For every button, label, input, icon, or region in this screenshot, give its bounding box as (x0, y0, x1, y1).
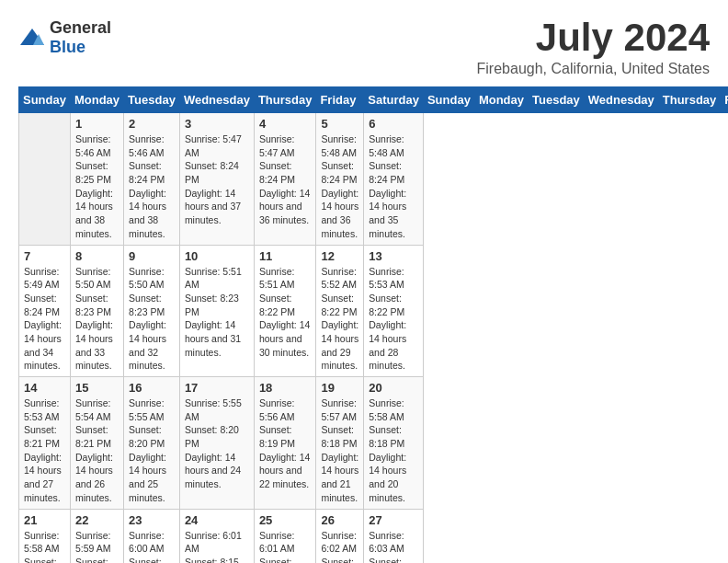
day-number: 27 (369, 513, 418, 527)
page-header: General Blue July 2024 Firebaugh, Califo… (18, 18, 710, 77)
day-number: 11 (259, 249, 312, 263)
title-section: July 2024 Firebaugh, California, United … (477, 18, 710, 77)
day-number: 19 (321, 381, 358, 395)
day-detail: Sunrise: 5:58 AMSunset: 8:17 PMDaylight:… (24, 529, 65, 564)
logo-general: General (50, 18, 111, 37)
calendar-cell: 20Sunrise: 5:58 AMSunset: 8:18 PMDayligh… (364, 377, 424, 510)
logo: General Blue (18, 18, 111, 57)
day-detail: Sunrise: 5:55 AMSunset: 8:20 PMDaylight:… (185, 396, 249, 491)
day-number: 5 (321, 117, 358, 131)
calendar-week-row: 7Sunrise: 5:49 AMSunset: 8:24 PMDaylight… (19, 245, 729, 377)
calendar-cell: 19Sunrise: 5:57 AMSunset: 8:18 PMDayligh… (316, 377, 364, 510)
calendar-cell: 11Sunrise: 5:51 AMSunset: 8:22 PMDayligh… (254, 245, 316, 377)
day-number: 21 (24, 513, 65, 527)
day-number: 2 (129, 117, 175, 131)
day-detail: Sunrise: 5:50 AMSunset: 8:23 PMDaylight:… (129, 265, 175, 373)
day-detail: Sunrise: 5:49 AMSunset: 8:24 PMDaylight:… (24, 265, 65, 373)
day-number: 6 (369, 117, 418, 131)
calendar-cell: 10Sunrise: 5:51 AMSunset: 8:23 PMDayligh… (179, 245, 254, 377)
calendar-cell: 9Sunrise: 5:50 AMSunset: 8:23 PMDaylight… (124, 245, 180, 377)
day-detail: Sunrise: 5:55 AMSunset: 8:20 PMDaylight:… (129, 396, 175, 505)
day-detail: Sunrise: 5:52 AMSunset: 8:22 PMDaylight:… (321, 265, 358, 373)
day-header-sunday: Sunday (19, 87, 71, 113)
calendar-cell: 1Sunrise: 5:46 AMSunset: 8:25 PMDaylight… (70, 113, 123, 246)
calendar-cell: 3Sunrise: 5:47 AMSunset: 8:24 PMDaylight… (179, 113, 254, 246)
day-detail: Sunrise: 5:50 AMSunset: 8:23 PMDaylight:… (75, 265, 119, 373)
calendar-week-row: 21Sunrise: 5:58 AMSunset: 8:17 PMDayligh… (19, 509, 729, 563)
day-detail: Sunrise: 5:54 AMSunset: 8:21 PMDaylight:… (75, 396, 119, 505)
calendar-cell: 4Sunrise: 5:47 AMSunset: 8:24 PMDaylight… (254, 113, 316, 246)
day-header-tuesday: Tuesday (529, 87, 585, 113)
day-detail: Sunrise: 6:03 AMSunset: 8:13 PMDaylight:… (369, 529, 418, 564)
calendar-week-row: 14Sunrise: 5:53 AMSunset: 8:21 PMDayligh… (19, 377, 729, 510)
day-number: 24 (185, 513, 249, 527)
day-detail: Sunrise: 5:53 AMSunset: 8:22 PMDaylight:… (369, 265, 418, 373)
calendar-cell: 18Sunrise: 5:56 AMSunset: 8:19 PMDayligh… (254, 377, 316, 510)
day-header-sunday: Sunday (423, 87, 474, 113)
day-number: 13 (369, 249, 418, 263)
day-number: 15 (75, 381, 119, 395)
day-detail: Sunrise: 5:53 AMSunset: 8:21 PMDaylight:… (24, 396, 65, 505)
day-number: 3 (185, 117, 249, 131)
day-number: 4 (259, 117, 312, 131)
day-number: 10 (185, 249, 249, 263)
day-detail: Sunrise: 5:58 AMSunset: 8:18 PMDaylight:… (369, 396, 418, 505)
logo-text: General Blue (50, 18, 111, 57)
day-detail: Sunrise: 5:47 AMSunset: 8:24 PMDaylight:… (259, 132, 312, 227)
calendar-cell: 27Sunrise: 6:03 AMSunset: 8:13 PMDayligh… (364, 509, 424, 563)
day-number: 12 (321, 249, 358, 263)
calendar-cell: 26Sunrise: 6:02 AMSunset: 8:14 PMDayligh… (316, 509, 364, 563)
calendar-cell: 6Sunrise: 5:48 AMSunset: 8:24 PMDaylight… (364, 113, 424, 246)
day-detail: Sunrise: 6:00 AMSunset: 8:16 PMDaylight:… (129, 529, 175, 564)
day-header-monday: Monday (474, 87, 528, 113)
day-number: 23 (129, 513, 175, 527)
calendar-cell: 12Sunrise: 5:52 AMSunset: 8:22 PMDayligh… (316, 245, 364, 377)
calendar-cell: 17Sunrise: 5:55 AMSunset: 8:20 PMDayligh… (179, 377, 254, 510)
day-header-saturday: Saturday (364, 87, 424, 113)
calendar-cell: 13Sunrise: 5:53 AMSunset: 8:22 PMDayligh… (364, 245, 424, 377)
day-number: 1 (75, 117, 119, 131)
calendar-cell: 21Sunrise: 5:58 AMSunset: 8:17 PMDayligh… (19, 509, 71, 563)
day-detail: Sunrise: 6:01 AMSunset: 8:15 PMDaylight:… (185, 529, 249, 564)
day-header-tuesday: Tuesday (124, 87, 180, 113)
calendar-cell: 16Sunrise: 5:55 AMSunset: 8:20 PMDayligh… (124, 377, 180, 510)
day-number: 17 (185, 381, 249, 395)
day-number: 9 (129, 249, 175, 263)
day-number: 16 (129, 381, 175, 395)
day-detail: Sunrise: 5:57 AMSunset: 8:18 PMDaylight:… (321, 396, 358, 505)
day-header-wednesday: Wednesday (584, 87, 658, 113)
calendar-week-row: 1Sunrise: 5:46 AMSunset: 8:25 PMDaylight… (19, 113, 729, 246)
day-header-friday: Friday (316, 87, 364, 113)
calendar-cell: 2Sunrise: 5:46 AMSunset: 8:24 PMDaylight… (124, 113, 180, 246)
calendar-cell: 25Sunrise: 6:01 AMSunset: 8:14 PMDayligh… (254, 509, 316, 563)
day-detail: Sunrise: 5:48 AMSunset: 8:24 PMDaylight:… (321, 132, 358, 241)
calendar-cell: 22Sunrise: 5:59 AMSunset: 8:17 PMDayligh… (70, 509, 123, 563)
calendar-cell: 8Sunrise: 5:50 AMSunset: 8:23 PMDaylight… (70, 245, 123, 377)
day-number: 14 (24, 381, 65, 395)
logo-icon (18, 27, 46, 49)
day-number: 7 (24, 249, 65, 263)
day-header-thursday: Thursday (658, 87, 721, 113)
day-detail: Sunrise: 5:47 AMSunset: 8:24 PMDaylight:… (185, 132, 249, 227)
calendar-cell (19, 113, 71, 246)
calendar-cell: 14Sunrise: 5:53 AMSunset: 8:21 PMDayligh… (19, 377, 71, 510)
day-detail: Sunrise: 5:56 AMSunset: 8:19 PMDaylight:… (259, 396, 312, 491)
day-header-monday: Monday (70, 87, 123, 113)
day-detail: Sunrise: 6:02 AMSunset: 8:14 PMDaylight:… (321, 529, 358, 564)
day-detail: Sunrise: 5:51 AMSunset: 8:23 PMDaylight:… (185, 265, 249, 360)
day-number: 25 (259, 513, 312, 527)
day-number: 20 (369, 381, 418, 395)
day-number: 8 (75, 249, 119, 263)
day-detail: Sunrise: 6:01 AMSunset: 8:14 PMDaylight:… (259, 529, 312, 564)
calendar-cell: 5Sunrise: 5:48 AMSunset: 8:24 PMDaylight… (316, 113, 364, 246)
day-number: 18 (259, 381, 312, 395)
day-header-thursday: Thursday (254, 87, 316, 113)
calendar-header-row: SundayMondayTuesdayWednesdayThursdayFrid… (19, 87, 729, 113)
month-title: July 2024 (477, 18, 710, 57)
day-detail: Sunrise: 5:59 AMSunset: 8:17 PMDaylight:… (75, 529, 119, 564)
calendar-cell: 7Sunrise: 5:49 AMSunset: 8:24 PMDaylight… (19, 245, 71, 377)
day-detail: Sunrise: 5:46 AMSunset: 8:25 PMDaylight:… (75, 132, 119, 241)
calendar-cell: 24Sunrise: 6:01 AMSunset: 8:15 PMDayligh… (179, 509, 254, 563)
calendar-cell: 15Sunrise: 5:54 AMSunset: 8:21 PMDayligh… (70, 377, 123, 510)
calendar-cell: 23Sunrise: 6:00 AMSunset: 8:16 PMDayligh… (124, 509, 180, 563)
